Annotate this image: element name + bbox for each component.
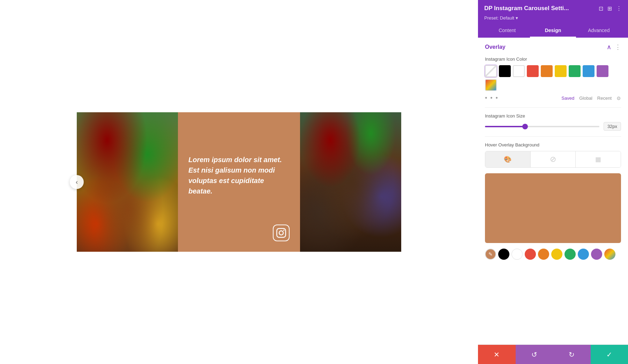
- color-tab-recent[interactable]: Recent: [597, 96, 612, 101]
- hover-overlay-color-preview[interactable]: [485, 173, 621, 243]
- bottom-swatch-white[interactable]: [511, 249, 523, 260]
- carousel-prev-button[interactable]: ‹: [70, 175, 84, 189]
- panel-header: DP Instagram Carousel Setti... ⊡ ⊞ ⋮ Pre…: [478, 0, 628, 38]
- icon-size-slider-thumb[interactable]: [522, 124, 528, 129]
- panel-preset[interactable]: Preset: Default ▾: [484, 15, 622, 21]
- color-swatch-blue[interactable]: [583, 65, 595, 77]
- slide-2-text: Lorem ipsum dolor sit amet. Est nisi gal…: [188, 154, 290, 196]
- hover-overlay-label: Hover Overlay Background: [485, 142, 621, 147]
- instagram-icon: [273, 225, 290, 241]
- eyedropper-swatch[interactable]: ✎: [485, 249, 496, 260]
- bg-type-solid[interactable]: 🎨: [485, 151, 531, 167]
- color-swatch-transparent[interactable]: [485, 65, 497, 77]
- tab-design[interactable]: Design: [530, 24, 576, 38]
- color-more-button[interactable]: • • •: [485, 94, 499, 102]
- slide-1-image: [77, 112, 178, 252]
- color-tab-saved[interactable]: Saved: [561, 96, 574, 101]
- instagram-color-swatches: [485, 65, 621, 91]
- carousel-wrapper: ‹ Lorem ipsum dolor sit amet. Est nisi g…: [77, 112, 401, 252]
- divider-2: [485, 136, 621, 137]
- bottom-swatch-orange[interactable]: [538, 249, 549, 260]
- bottom-swatch-blue[interactable]: [578, 249, 589, 260]
- redo-button[interactable]: ↻: [553, 345, 591, 364]
- color-swatch-orange[interactable]: [541, 65, 553, 77]
- carousel-slide-1: [77, 112, 178, 252]
- bg-type-tabs: 🎨 ⊘ ▦: [485, 151, 621, 168]
- overlay-menu-icon[interactable]: ⋮: [615, 43, 621, 51]
- icon-size-slider-track[interactable]: [485, 126, 599, 127]
- overlay-section: Overlay ∧ ⋮ Instagram Icon Color: [478, 38, 628, 271]
- color-tabs-row: • • • Saved Global Recent ⚙: [485, 94, 621, 102]
- carousel-slide-2: Lorem ipsum dolor sit amet. Est nisi gal…: [178, 112, 300, 252]
- panel-header-icons: ⊡ ⊞ ⋮: [599, 5, 622, 12]
- panel-title-row: DP Instagram Carousel Setti... ⊡ ⊞ ⋮: [484, 5, 622, 12]
- overlay-section-title: Overlay: [485, 44, 506, 50]
- icon-size-slider-fill: [485, 126, 525, 127]
- canvas-area: ‹ Lorem ipsum dolor sit amet. Est nisi g…: [0, 0, 478, 364]
- color-settings-icon[interactable]: ⚙: [616, 96, 621, 101]
- settings-panel: DP Instagram Carousel Setti... ⊡ ⊞ ⋮ Pre…: [478, 0, 628, 364]
- bottom-color-swatches: ✎: [485, 249, 621, 260]
- panel-body: Overlay ∧ ⋮ Instagram Icon Color: [478, 38, 628, 344]
- tab-advanced[interactable]: Advanced: [576, 24, 622, 38]
- bottom-swatch-purple[interactable]: [591, 249, 602, 260]
- overlay-section-header: Overlay ∧ ⋮: [485, 43, 621, 51]
- panel-title: DP Instagram Carousel Setti...: [484, 5, 569, 12]
- panel-tabs: Content Design Advanced: [484, 24, 622, 38]
- bottom-swatch-gradient[interactable]: [604, 249, 615, 260]
- bg-type-none[interactable]: ⊘: [531, 151, 576, 167]
- color-tab-group: Saved Global Recent ⚙: [561, 96, 621, 101]
- undo-button[interactable]: ↺: [516, 345, 553, 364]
- color-swatch-black[interactable]: [499, 65, 511, 77]
- divider-1: [485, 107, 621, 108]
- color-swatch-red[interactable]: [527, 65, 539, 77]
- color-swatch-green[interactable]: [569, 65, 581, 77]
- overlay-collapse-icon[interactable]: ∧: [607, 43, 611, 51]
- carousel-slide-3: [300, 112, 401, 252]
- cancel-button[interactable]: ✕: [478, 345, 516, 364]
- action-bar: ✕ ↺ ↻ ✓: [478, 344, 628, 364]
- bg-type-image[interactable]: ▦: [576, 151, 621, 167]
- color-swatch-yellow[interactable]: [555, 65, 567, 77]
- bottom-swatch-yellow[interactable]: [551, 249, 562, 260]
- color-swatch-gradient[interactable]: [485, 79, 497, 91]
- instagram-icon-color-label: Instagram Icon Color: [485, 56, 621, 62]
- color-swatch-purple[interactable]: [597, 65, 608, 77]
- bottom-swatch-red[interactable]: [525, 249, 536, 260]
- bottom-swatch-green[interactable]: [565, 249, 576, 260]
- slide-3-image: [300, 112, 401, 252]
- color-tab-global[interactable]: Global: [579, 96, 592, 101]
- more-options-icon[interactable]: ⋮: [616, 5, 622, 12]
- bottom-swatch-black[interactable]: [498, 249, 509, 260]
- tab-content[interactable]: Content: [484, 24, 530, 38]
- confirm-button[interactable]: ✓: [591, 345, 628, 364]
- grid-icon[interactable]: ⊞: [607, 5, 612, 12]
- instagram-icon-size-label: Instagram Icon Size: [485, 113, 621, 119]
- icon-size-value[interactable]: 32px: [604, 122, 621, 131]
- color-swatch-white[interactable]: [513, 65, 525, 77]
- screenshot-icon[interactable]: ⊡: [599, 5, 603, 12]
- instagram-svg: [276, 228, 286, 238]
- overlay-section-controls: ∧ ⋮: [607, 43, 621, 51]
- icon-size-slider-row: 32px: [485, 122, 621, 131]
